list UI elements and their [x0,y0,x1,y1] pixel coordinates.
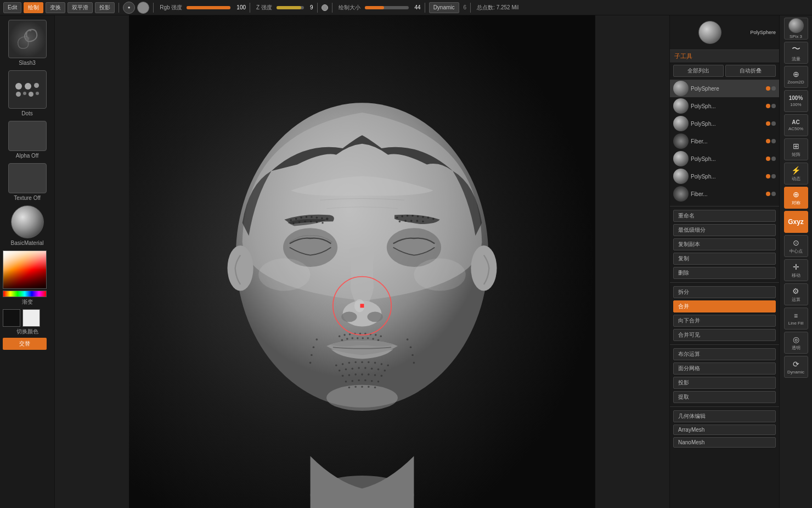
ac50-btn[interactable]: AC AC50% [784,114,808,136]
dots-preview [8,70,47,109]
subtool-item-5[interactable]: PolySph... [670,168,779,185]
grid-icon: ⊞ [793,142,799,150]
texture-label: Texture Off [14,195,41,201]
svg-point-78 [368,373,370,376]
merge-btn[interactable]: 合并 [673,300,776,312]
hue-strip[interactable] [3,291,47,297]
toggle-on-2 [766,121,770,126]
spix3-btn[interactable]: SPix 3 [784,18,808,40]
z-slider[interactable] [277,6,304,9]
material-picker-btn[interactable] [137,2,149,14]
subtool-item-2[interactable]: PolySph... [670,115,779,132]
geo-edit-btn[interactable]: 几何体编辑 [673,410,776,422]
center-btn[interactable]: ⊙ 中心点 [784,235,808,257]
toggle-on-1 [766,104,770,108]
project-btn[interactable]: 投影 [673,377,776,389]
linefill-btn[interactable]: ≡ Line Fill [784,308,808,330]
center-icon: ⊙ [793,238,799,247]
svg-point-56 [377,339,380,342]
subtool-thumb-4 [673,151,689,166]
delete-btn[interactable]: 删除 [673,267,776,279]
subtool-toggle-4[interactable] [766,157,776,161]
viewport[interactable] [55,15,669,508]
brush-slider[interactable] [365,6,409,9]
merge-visible-btn[interactable]: 合并可见 [673,329,776,341]
bool-calc-btn[interactable]: 布尔运算 [673,348,776,360]
subtool-toggle-0[interactable] [766,86,776,91]
dynamic2-btn[interactable]: ⚡ 动态 [784,163,808,185]
toolbar-btn-draw[interactable]: 绘制 [24,2,43,13]
min-subdivide-btn[interactable]: 最低级细分 [673,224,776,236]
exchange-btn[interactable]: 交替 [3,338,47,350]
subtool-toggle-1[interactable] [766,104,776,108]
rgb-slider[interactable] [187,6,230,9]
color-section: 渐变 切换颜色 交替 [3,250,52,350]
subtool-thumb-1 [673,98,689,114]
dot-4 [16,92,21,97]
svg-point-99 [413,362,415,364]
move-btn[interactable]: ✛ 移动 [784,259,808,281]
subtool-thumb-0 [673,81,689,96]
copy-btn[interactable]: 复制 [673,253,776,265]
extract-btn[interactable]: 提取 [673,391,776,403]
color-dot [322,4,328,11]
zoom2d-btn[interactable]: ⊕ Zoom2D [784,66,808,88]
gxyz-btn[interactable]: Gxyz [784,211,808,233]
color-gradient[interactable] [3,250,47,289]
rename-btn[interactable]: 重命名 [673,210,776,222]
texture-selector[interactable]: Texture Off [5,163,49,201]
auto-fold-btn[interactable]: 自动折叠 [725,65,776,77]
svg-point-9 [316,216,318,219]
svg-point-60 [354,361,357,364]
dynamic3-btn[interactable]: ⟳ Dynamic [784,356,808,378]
subtool-toggle-3[interactable] [766,139,776,143]
copy-body-btn[interactable]: 复制副本 [673,238,776,250]
swatch-black[interactable] [3,309,20,327]
subtool-toggle-6[interactable] [766,192,776,196]
move-label: 移动 [792,272,800,278]
symmetry-btn[interactable]: ⊕ 对称 [784,187,808,209]
merge-down-btn[interactable]: 向下合并 [673,315,776,327]
swatch-white[interactable] [22,309,40,327]
subtool-item-1[interactable]: PolySph... [670,97,779,115]
split-btn[interactable]: 拆分 [673,286,776,298]
grid-btn[interactable]: ⊞ 矩阵 [784,138,808,160]
subtool-item-3[interactable]: Fiber... [670,132,779,150]
toolbar-btn-transform[interactable]: 变换 [46,2,65,13]
face-mesh-btn[interactable]: 面分网格 [673,362,776,375]
z-label: Z 强度 [256,4,272,12]
flow-btn[interactable]: 〜 流量 [784,42,808,64]
dynamic2-icon: ⚡ [791,166,800,175]
svg-point-30 [422,221,424,223]
toolbar-btn-smooth[interactable]: 双平滑 [67,2,93,13]
color-picker-btn[interactable]: ● [123,2,135,14]
subtool-thumb-2 [673,116,689,131]
export-all-btn[interactable]: 全部列出 [673,65,724,77]
material-selector[interactable]: BasicMaterial [5,205,49,246]
svg-point-59 [348,362,351,364]
svg-point-0 [26,37,29,41]
calc-btn[interactable]: ⚙ 运算 [784,283,808,305]
subtool-item-0[interactable]: PolySphere [670,80,779,97]
toolbar-btn-edit[interactable]: Edit [3,2,21,13]
svg-point-18 [396,216,398,219]
array-mesh-btn[interactable]: ArrayMesh [673,425,776,435]
transparent-btn[interactable]: ◎ 透明 [784,332,808,354]
subtool-toggle-2[interactable] [766,121,776,126]
svg-point-26 [399,221,401,223]
subtool-item-4[interactable]: PolySph... [670,150,779,168]
left-panel: Slash3 Dots [0,15,55,508]
brush-dots[interactable]: Dots [5,70,49,116]
alpha-selector[interactable]: Alpha Off [5,121,49,159]
toolbar-btn-project[interactable]: 投影 [95,2,115,13]
brush-slash3[interactable]: Slash3 [5,20,49,66]
dot-3 [34,83,39,88]
subtool-item-6[interactable]: Fiber... [670,185,779,203]
toggle-off-0 [771,86,776,91]
zoom100-btn[interactable]: 100% 100% [784,90,808,112]
nano-mesh-btn[interactable]: NanoMesh [673,437,776,448]
dynamic-btn[interactable]: Dynamic [429,2,459,13]
ac50-label: AC50% [788,126,803,131]
separator-6 [425,3,425,13]
subtool-toggle-5[interactable] [766,174,776,178]
